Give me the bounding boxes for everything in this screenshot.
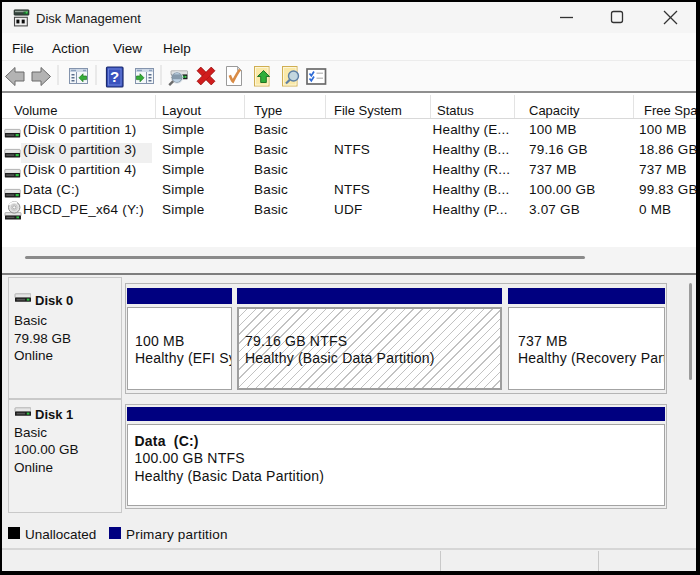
svg-text:?: ? <box>110 68 119 85</box>
